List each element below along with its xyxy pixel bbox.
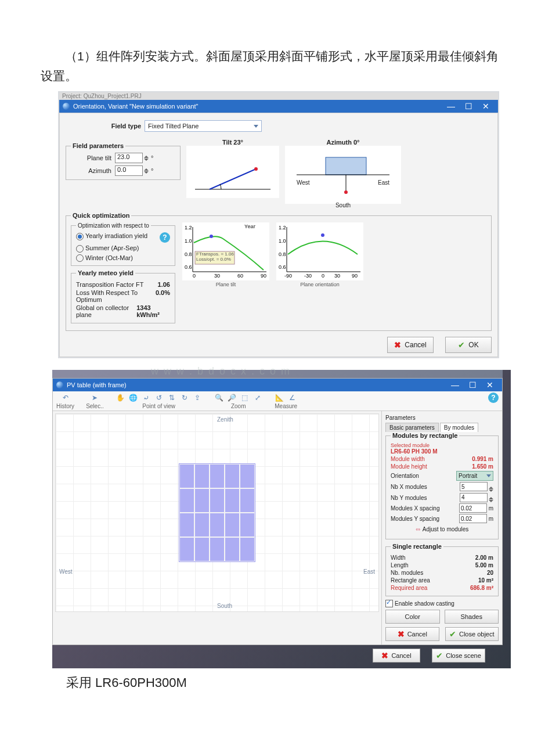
opt-winter[interactable]: Winter (Oct-Mar) bbox=[76, 254, 170, 262]
globe-icon: 🌐 bbox=[128, 393, 139, 403]
azimuth-spinner[interactable] bbox=[144, 168, 149, 174]
undo-icon: ↶ bbox=[60, 393, 71, 403]
tilt-diagram bbox=[186, 146, 279, 198]
width-val: 2.00 m bbox=[475, 555, 493, 561]
check-icon: ✔ bbox=[458, 340, 465, 350]
tab-basic-parameters[interactable]: Basic parameters bbox=[385, 423, 439, 432]
svg-point-26 bbox=[321, 233, 324, 237]
color-button[interactable]: Color bbox=[385, 610, 440, 624]
orientation-label: Orientation bbox=[391, 473, 419, 479]
screenshot-pv-table: w w w . b d o c x . c o m PV table (with… bbox=[52, 370, 511, 668]
single-rectangle: Single rectangle Width2.00 m Length5.00 … bbox=[385, 543, 499, 596]
ruler-icon: 📐 bbox=[275, 393, 285, 403]
yearly-meteo-yield: Yearly meteo yield Transposition Factor … bbox=[71, 269, 175, 323]
plot-plane-tilt: Year 1.21.00.80.6 0306090 FTranspos. = 1… bbox=[182, 222, 269, 280]
opt-yearly[interactable]: Yearly irradiation yield bbox=[76, 232, 147, 243]
shades-button[interactable]: Shades bbox=[445, 610, 499, 624]
screenshot-orientation-dialog: Project: QuZhou_Project1.PRJ Orientation… bbox=[58, 91, 499, 358]
close-object-button[interactable]: ✔Close object bbox=[445, 627, 499, 641]
azimuth-input[interactable]: 0.0 bbox=[115, 165, 143, 176]
east-label: East bbox=[363, 568, 375, 575]
minimize-button[interactable]: — bbox=[446, 380, 464, 390]
svg-text:30: 30 bbox=[214, 273, 220, 279]
length-val: 5.00 m bbox=[475, 562, 493, 568]
close-button[interactable]: ✕ bbox=[481, 380, 499, 390]
enable-shadow-checkbox[interactable]: Enable shadow casting bbox=[385, 600, 454, 607]
field-parameters: Field parameters Plane tilt 23.0 ° Azimu… bbox=[66, 142, 181, 180]
svg-text:-30: -30 bbox=[304, 273, 312, 279]
axis-icon: ⇪ bbox=[192, 393, 203, 403]
single-rect-legend: Single rectangle bbox=[391, 543, 443, 550]
top-view-icon: ⇅ bbox=[167, 393, 177, 403]
cancel-button[interactable]: ✖Cancel bbox=[385, 627, 439, 641]
svg-text:0.8: 0.8 bbox=[279, 251, 286, 257]
south-label: South bbox=[217, 603, 232, 609]
west-label: West bbox=[59, 568, 73, 575]
msy-input[interactable]: 0.02 bbox=[459, 514, 487, 523]
tool-measure[interactable]: 📐 ∠ Measure bbox=[275, 393, 298, 409]
module-height-val: 1.650 m bbox=[472, 463, 493, 470]
nby-input[interactable]: 4 bbox=[460, 493, 488, 502]
adjust-to-modules-button[interactable]: ⇔ Adjust to modules bbox=[391, 526, 493, 532]
svg-text:1.2: 1.2 bbox=[279, 225, 286, 231]
nbx-spinner[interactable] bbox=[489, 487, 493, 492]
plane-tilt-spinner[interactable] bbox=[144, 156, 149, 161]
nbx-input[interactable]: 5 bbox=[460, 482, 488, 491]
plot1-xlabel: Plane tilt bbox=[182, 282, 269, 287]
dialog-titlebar: Orientation, Variant "New simulation var… bbox=[59, 100, 498, 113]
zoom-rect-icon: ⬚ bbox=[240, 393, 250, 403]
orientation-select[interactable]: Portrait bbox=[456, 471, 493, 481]
compass-west: West bbox=[297, 179, 310, 186]
nb-modules-label: Nb. modules bbox=[391, 570, 423, 576]
pv-modules-grid bbox=[179, 463, 255, 562]
yield-loss-val: 0.0% bbox=[156, 289, 170, 303]
tool-history[interactable]: ↶ History bbox=[56, 393, 74, 409]
svg-text:60: 60 bbox=[237, 273, 243, 279]
svg-text:90: 90 bbox=[352, 273, 358, 279]
help-icon[interactable]: ? bbox=[488, 393, 499, 403]
pv-title: PV table (with frame) bbox=[67, 381, 127, 388]
yield-global-label: Global on collector plane bbox=[76, 304, 136, 318]
check-icon: ✔ bbox=[449, 629, 456, 639]
parameters-heading: Parameters bbox=[385, 415, 499, 421]
msx-input[interactable]: 0.02 bbox=[459, 503, 487, 513]
doc-para-2: 采用 LR6-60PH300M bbox=[41, 674, 499, 692]
plane-tilt-input[interactable]: 23.0 bbox=[115, 153, 143, 163]
field-type-select[interactable]: Fixed Tilted Plane bbox=[145, 120, 262, 132]
azimuth-diagram bbox=[285, 146, 401, 204]
close-scene-button[interactable]: ✔Close scene bbox=[432, 649, 485, 663]
tab-by-modules[interactable]: By modules bbox=[440, 423, 478, 432]
close-button[interactable]: ✕ bbox=[477, 102, 495, 111]
tool-zoom[interactable]: 🔍 🔎 ⬚ ⤢ Zoom bbox=[214, 393, 263, 409]
minimize-button[interactable]: — bbox=[442, 102, 460, 111]
field-parameters-legend: Field parameters bbox=[71, 142, 125, 149]
maximize-button[interactable]: ☐ bbox=[464, 380, 481, 390]
svg-line-1 bbox=[210, 169, 256, 189]
side-panel: Parameters Basic parameters By modules M… bbox=[381, 411, 502, 645]
scene-cancel-button[interactable]: ✖Cancel bbox=[373, 649, 420, 663]
svg-text:1.2: 1.2 bbox=[185, 225, 192, 231]
opt-summer[interactable]: Summer (Apr-Sep) bbox=[76, 244, 170, 253]
hand-icon: ✋ bbox=[116, 393, 126, 403]
optimization-respect-to: Optimization with respect to Yearly irra… bbox=[71, 222, 175, 266]
cancel-button[interactable]: ✖Cancel bbox=[387, 337, 434, 353]
msy-label: Modules Y spacing bbox=[391, 516, 439, 522]
tool-point-of-view[interactable]: ✋ 🌐 ⤾ ↺ ⇅ ↻ ⇪ Point of view bbox=[116, 393, 203, 409]
cursor-icon: ➤ bbox=[89, 393, 100, 403]
selected-module-value: LR6-60 PH 300 M bbox=[391, 448, 493, 455]
help-icon[interactable]: ? bbox=[160, 232, 170, 243]
zoom-fit-icon: ⤢ bbox=[252, 393, 263, 403]
maximize-button[interactable]: ☐ bbox=[460, 102, 477, 111]
selected-module-label: Selected module bbox=[391, 442, 493, 448]
yield-legend: Yearly meteo yield bbox=[76, 269, 135, 276]
plot-plane-orientation: 1.21.00.80.6 -90-3003090 Plane orientati… bbox=[276, 222, 363, 280]
width-label: Width bbox=[391, 555, 406, 561]
ok-button[interactable]: ✔OK bbox=[445, 337, 492, 353]
svg-text:30: 30 bbox=[334, 273, 340, 279]
svg-text:1.0: 1.0 bbox=[279, 238, 286, 244]
tool-select[interactable]: ➤ Selec.. bbox=[86, 393, 104, 409]
nby-spinner[interactable] bbox=[489, 497, 493, 502]
3d-canvas[interactable]: Zenith West East South bbox=[55, 413, 379, 612]
svg-text:0.6: 0.6 bbox=[185, 264, 192, 270]
project-titlebar: Project: QuZhou_Project1.PRJ bbox=[59, 92, 498, 100]
